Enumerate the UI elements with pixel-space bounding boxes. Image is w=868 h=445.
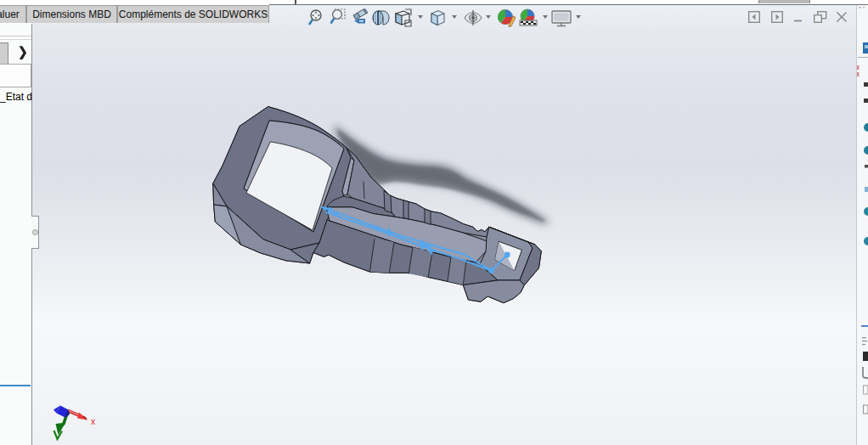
svg-text:x: x xyxy=(91,416,96,426)
